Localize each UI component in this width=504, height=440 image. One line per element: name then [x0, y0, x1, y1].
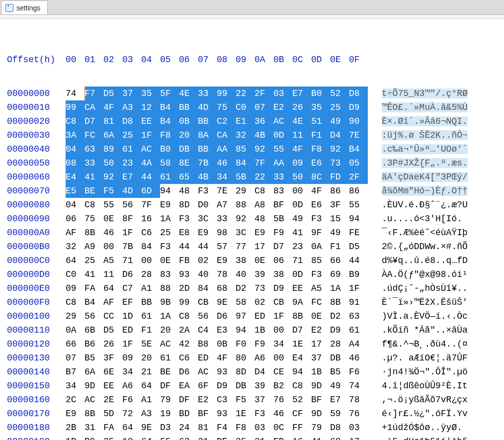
hex-byte[interactable]: A3 [141, 407, 160, 421]
hex-byte[interactable]: 00 [273, 323, 292, 337]
hex-byte[interactable]: 92 [236, 212, 254, 226]
hex-byte[interactable]: 0A [66, 323, 84, 337]
hex-byte[interactable]: 74 [66, 87, 84, 100]
hex-byte[interactable]: BE [160, 365, 179, 379]
hex-byte[interactable]: D5 [103, 87, 122, 100]
hex-byte[interactable]: 73 [254, 281, 273, 295]
hex-byte[interactable]: 2A [179, 323, 198, 337]
hex-byte[interactable]: 46 [273, 407, 292, 421]
hex-byte[interactable]: 19 [160, 407, 179, 421]
hex-byte[interactable]: 20 [160, 323, 179, 337]
hex-byte[interactable]: CF [292, 407, 311, 421]
hex-row[interactable]: 0000004004638961ACB0DBBBAA8592554FF892B4… [7, 142, 501, 156]
hex-byte[interactable]: A7 [217, 198, 236, 212]
hex-byte[interactable]: 75 [84, 212, 103, 226]
ascii-text[interactable]: .údÇ¡ˆ-„hÒsÙî¥.. [382, 281, 499, 295]
hex-byte[interactable]: AC [273, 114, 292, 128]
hex-byte[interactable]: 2E [103, 393, 122, 407]
hex-byte[interactable]: AC [160, 337, 179, 351]
hex-byte[interactable]: 75 [217, 100, 236, 114]
hex-byte[interactable]: B4 [349, 142, 368, 156]
hex-byte[interactable]: F6 [122, 393, 141, 407]
hex-byte[interactable]: DB [236, 379, 254, 393]
hex-row[interactable]: 00000070E5BEF54D6D9448F37E29C883004F8686… [7, 184, 501, 198]
hex-byte[interactable]: 1D [122, 309, 141, 323]
ascii-text[interactable]: :üj%.ø ŠÊ2K..ñÔ~ [382, 128, 499, 142]
hex-byte[interactable]: E9 [217, 254, 236, 267]
hex-byte[interactable]: BE [84, 184, 103, 198]
hex-byte[interactable]: B9 [84, 435, 103, 440]
hex-byte[interactable]: E8 [179, 226, 198, 240]
hex-byte[interactable]: D8 [122, 114, 141, 128]
hex-byte[interactable]: 61 [349, 323, 368, 337]
hex-byte[interactable]: 94 [236, 323, 254, 337]
hex-byte[interactable]: 3F [330, 198, 349, 212]
hex-byte[interactable]: AF [66, 226, 84, 240]
hex-byte[interactable]: 06 [273, 254, 292, 267]
hex-byte[interactable]: E7 [330, 393, 349, 407]
hex-byte[interactable]: 2B [66, 421, 84, 435]
ascii-text[interactable]: é‹]r£.½¿".óFÏ.Yv [382, 407, 499, 421]
hex-byte[interactable]: B5 [330, 365, 349, 379]
hex-row[interactable]: 0000008004C855567FE98DD0A788A8BF0DE63F55… [7, 198, 501, 212]
hex-byte[interactable]: 9D [311, 407, 330, 421]
hex-byte[interactable]: C8 [66, 114, 84, 128]
hex-byte[interactable]: ED [273, 435, 292, 440]
hex-byte[interactable]: D9 [330, 323, 349, 337]
hex-byte[interactable]: E6 [311, 156, 330, 170]
hex-byte[interactable]: ED [198, 351, 217, 365]
hex-byte[interactable]: 03 [254, 421, 273, 435]
hex-byte[interactable]: 84 [198, 281, 217, 295]
hex-byte[interactable]: C8 [66, 295, 84, 309]
hex-byte[interactable]: 17 [311, 337, 330, 351]
hex-byte[interactable]: E5 [66, 184, 84, 198]
hex-byte[interactable]: 6A [84, 365, 103, 379]
hex-byte[interactable]: 85 [236, 142, 254, 156]
hex-byte[interactable]: B7 [66, 365, 84, 379]
hex-byte[interactable]: 7B [198, 156, 217, 170]
hex-byte[interactable]: FA [84, 281, 103, 295]
hex-row[interactable]: 000000303AFC6A251FF8208ACA324B0D11F1D47E… [7, 128, 501, 142]
ascii-text[interactable]: f¶&.^¬B¸.ðù4..(¤ [382, 337, 499, 351]
hex-byte[interactable]: 92 [330, 142, 349, 156]
hex-byte[interactable]: 39 [254, 379, 273, 393]
hex-byte[interactable]: 1A [160, 309, 179, 323]
hex-byte[interactable]: 28 [141, 267, 160, 281]
hex-byte[interactable]: 48 [179, 184, 198, 198]
hex-byte[interactable]: 8B [330, 295, 349, 309]
hex-byte[interactable]: 1B [311, 365, 330, 379]
hex-byte[interactable]: 33 [273, 170, 292, 184]
hex-byte[interactable]: 81 [198, 421, 217, 435]
hex-byte[interactable]: D5 [349, 240, 368, 254]
hex-byte[interactable]: C8 [179, 309, 198, 323]
hex-byte[interactable]: 41 [311, 435, 330, 440]
hex-byte[interactable]: FA [103, 421, 122, 435]
hex-byte[interactable]: 0E [103, 212, 122, 226]
hex-byte[interactable]: 4B [254, 128, 273, 142]
hex-byte[interactable]: 93 [217, 407, 236, 421]
hex-byte[interactable]: 5F [160, 87, 179, 100]
hex-byte[interactable]: 38 [236, 254, 254, 267]
hex-byte[interactable]: A6 [292, 435, 311, 440]
hex-byte[interactable]: 40 [236, 267, 254, 281]
hex-byte[interactable]: 88 [160, 281, 179, 295]
hex-byte[interactable]: 61 [141, 309, 160, 323]
hex-byte[interactable]: E6 [311, 198, 330, 212]
hex-byte[interactable]: A5 [103, 254, 122, 267]
hex-byte[interactable]: 77 [236, 240, 254, 254]
hex-byte[interactable]: 61 [160, 351, 179, 365]
hex-byte[interactable]: 28 [330, 337, 349, 351]
hex-byte[interactable]: C3 [217, 393, 236, 407]
hex-byte[interactable]: 23 [122, 156, 141, 170]
hex-byte[interactable]: 11 [292, 128, 311, 142]
hex-row[interactable]: 00000150349DEEA664DFEA6FD9DB39B2C89D4974… [7, 379, 501, 393]
hex-byte[interactable]: 1F [141, 128, 160, 142]
hex-byte[interactable]: 44 [349, 254, 368, 267]
hex-byte[interactable]: 72 [122, 407, 141, 421]
hex-byte[interactable]: 7F [254, 156, 273, 170]
hex-byte[interactable]: C8 [84, 198, 103, 212]
hex-byte[interactable]: 94 [160, 184, 179, 198]
hex-byte[interactable]: ED [122, 323, 141, 337]
hex-byte[interactable]: B0 [311, 87, 330, 100]
hex-byte[interactable]: 36 [254, 114, 273, 128]
